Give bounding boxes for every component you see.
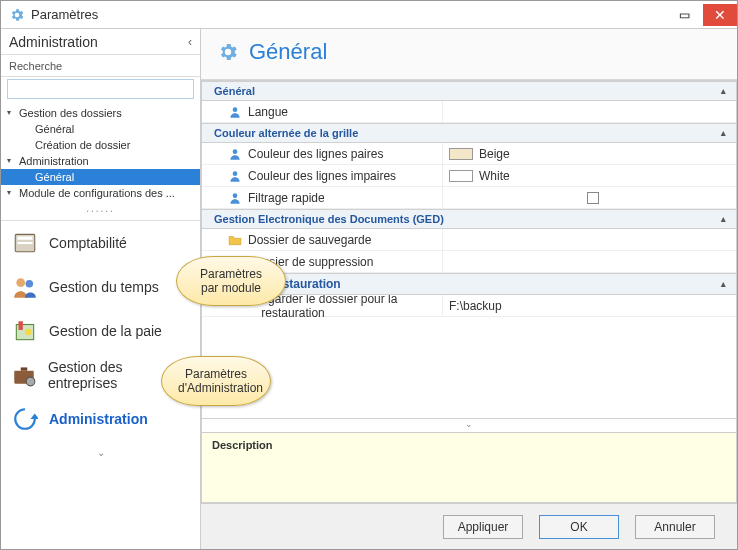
property-value[interactable]: F:\backup bbox=[442, 295, 736, 316]
module-list-toggle[interactable]: ⌄ bbox=[1, 441, 200, 464]
folder-icon bbox=[228, 234, 242, 246]
property-value[interactable] bbox=[442, 101, 736, 122]
tree-more[interactable]: ...... bbox=[1, 201, 200, 216]
gear-icon bbox=[9, 7, 25, 23]
person-icon bbox=[228, 191, 242, 205]
cancel-button[interactable]: Annuler bbox=[635, 515, 715, 539]
svg-rect-6 bbox=[19, 321, 23, 330]
color-swatch bbox=[449, 148, 473, 160]
module-paie[interactable]: Gestion de la paie bbox=[1, 309, 200, 353]
property-value[interactable]: White bbox=[442, 165, 736, 186]
module-label: Administration bbox=[49, 411, 148, 427]
checkbox[interactable] bbox=[587, 192, 599, 204]
button-bar: Appliquer OK Annuler bbox=[201, 503, 737, 549]
tree-item[interactable]: Création de dossier bbox=[1, 137, 200, 153]
tree-item[interactable]: Gestion des dossiers bbox=[1, 105, 200, 121]
tree-item[interactable]: Général bbox=[1, 121, 200, 137]
main-header: Général bbox=[201, 29, 737, 80]
sidebar-header: Administration ‹ bbox=[1, 29, 200, 55]
svg-rect-1 bbox=[17, 237, 32, 240]
sidebar-title: Administration bbox=[9, 34, 188, 50]
color-swatch bbox=[449, 170, 473, 182]
svg-point-14 bbox=[233, 193, 238, 198]
search-label: Recherche bbox=[1, 55, 200, 77]
ok-button[interactable]: OK bbox=[539, 515, 619, 539]
description-label: Description bbox=[212, 439, 726, 451]
page-title: Général bbox=[249, 39, 327, 65]
property-value[interactable]: Beige bbox=[442, 143, 736, 164]
group-header[interactable]: Couleur alternée de la grille bbox=[202, 123, 736, 143]
person-icon bbox=[228, 169, 242, 183]
tree-item[interactable]: Administration bbox=[1, 153, 200, 169]
refresh-icon bbox=[11, 405, 39, 433]
property-row[interactable]: Langue bbox=[202, 101, 736, 123]
group-header[interactable]: Gestion Electronique des Documents (GED) bbox=[202, 209, 736, 229]
property-value[interactable] bbox=[442, 251, 736, 272]
person-icon bbox=[228, 105, 242, 119]
svg-point-13 bbox=[233, 171, 238, 176]
module-administration[interactable]: Administration bbox=[1, 397, 200, 441]
briefcase-gear-icon bbox=[11, 361, 38, 389]
panel-expander[interactable]: ⌄ bbox=[202, 418, 736, 432]
property-grid: Général Langue Couleur alternée de la gr… bbox=[201, 80, 737, 503]
payroll-icon bbox=[11, 317, 39, 345]
sidebar: Administration ‹ Recherche Gestion des d… bbox=[1, 29, 201, 549]
ledger-icon bbox=[11, 229, 39, 257]
property-value[interactable] bbox=[442, 229, 736, 250]
property-row[interactable]: Couleur des lignes impaires White bbox=[202, 165, 736, 187]
sidebar-collapse-icon[interactable]: ‹ bbox=[188, 35, 192, 49]
tree-item[interactable]: Module de configurations des ... bbox=[1, 185, 200, 201]
svg-point-10 bbox=[27, 377, 36, 386]
property-row[interactable]: Couleur des lignes paires Beige bbox=[202, 143, 736, 165]
module-temps[interactable]: Gestion du temps bbox=[1, 265, 200, 309]
property-row[interactable]: Filtrage rapide bbox=[202, 187, 736, 209]
module-label: Gestion du temps bbox=[49, 279, 159, 295]
window-title: Paramètres bbox=[31, 7, 665, 22]
title-bar: Paramètres ▭ ✕ bbox=[1, 1, 737, 29]
module-label: Gestion de la paie bbox=[49, 323, 162, 339]
nav-tree: Gestion des dossiers Général Création de… bbox=[1, 101, 200, 221]
property-row[interactable]: Dossier de sauvegarde bbox=[202, 229, 736, 251]
person-icon bbox=[228, 147, 242, 161]
group-header[interactable]: Général bbox=[202, 81, 736, 101]
svg-rect-9 bbox=[21, 367, 28, 370]
svg-point-3 bbox=[16, 278, 25, 287]
module-comptabilite[interactable]: Comptabilité bbox=[1, 221, 200, 265]
svg-rect-2 bbox=[17, 242, 32, 244]
people-icon bbox=[11, 273, 39, 301]
main-panel: Général Général Langue Couleur alternée … bbox=[201, 29, 737, 549]
apply-button[interactable]: Appliquer bbox=[443, 515, 523, 539]
property-row[interactable]: Sauvegarder le dossier pour la restaurat… bbox=[202, 295, 736, 317]
module-entreprises[interactable]: Gestion des entreprises bbox=[1, 353, 200, 397]
description-box: Description bbox=[202, 432, 736, 502]
minimize-button[interactable]: ▭ bbox=[667, 4, 701, 26]
tree-item-selected[interactable]: Général bbox=[1, 169, 200, 185]
property-value[interactable] bbox=[442, 187, 736, 208]
module-label: Comptabilité bbox=[49, 235, 127, 251]
group-header[interactable]: Points de restauration bbox=[202, 273, 736, 295]
svg-point-11 bbox=[233, 107, 238, 112]
close-button[interactable]: ✕ bbox=[703, 4, 737, 26]
folder-icon bbox=[228, 256, 242, 268]
property-row[interactable]: Dossier de suppression bbox=[202, 251, 736, 273]
gear-icon bbox=[217, 41, 239, 63]
module-label: Gestion des entreprises bbox=[48, 359, 190, 391]
svg-point-12 bbox=[233, 149, 238, 154]
svg-point-4 bbox=[26, 280, 34, 288]
search-input[interactable] bbox=[7, 79, 194, 99]
svg-point-7 bbox=[25, 329, 32, 336]
module-list: Comptabilité Gestion du temps Gestion de… bbox=[1, 221, 200, 549]
